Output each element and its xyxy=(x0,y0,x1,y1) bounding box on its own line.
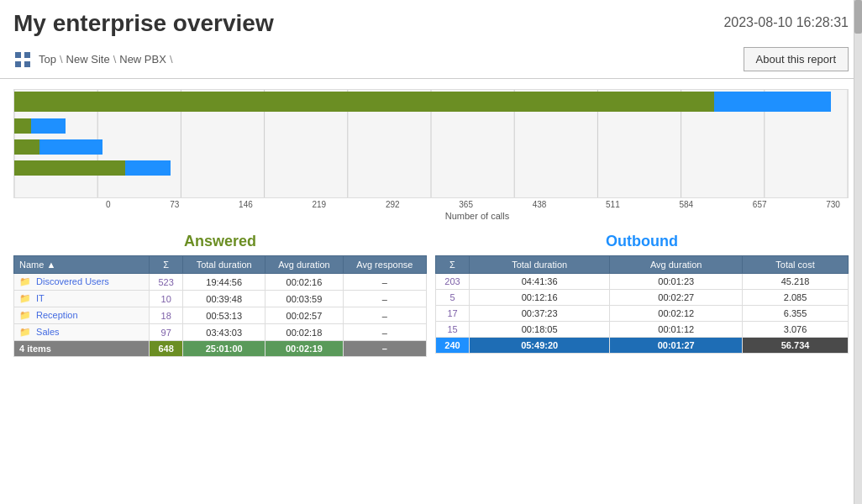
outbound-header-row: Σ Total duration Avg duration Total cost xyxy=(436,256,849,274)
about-report-button[interactable]: About this report xyxy=(744,47,849,71)
answered-footer-row: 4 items 648 25:01:00 00:02:19 – xyxy=(14,341,427,357)
bar-reception-green xyxy=(14,139,39,155)
outbound-section: Outbound Σ Total duration Avg duration T… xyxy=(435,233,849,357)
row-total-dur-reception: 00:53:13 xyxy=(183,307,265,324)
page-title: My enterprise overview xyxy=(13,10,274,37)
x-tick-511: 511 xyxy=(606,200,620,209)
out-sum-sales: 15 xyxy=(436,322,470,338)
row-name-sales: 📁 Sales xyxy=(14,324,150,341)
chart-canvas xyxy=(13,89,849,198)
answered-table: Name ▲ Σ Total duration Avg duration Avg… xyxy=(13,255,427,357)
header: My enterprise overview 2023-08-10 16:28:… xyxy=(0,0,862,44)
x-tick-219: 219 xyxy=(312,200,326,209)
table-row: 17 00:37:23 00:02:12 6.355 xyxy=(436,306,849,322)
row-sum-sales: 97 xyxy=(150,324,183,341)
col-avg-duration: Avg duration xyxy=(265,256,343,274)
header-datetime: 2023-08-10 16:28:31 xyxy=(723,15,849,30)
row-total-dur-discovered: 19:44:56 xyxy=(183,274,265,291)
out-total-dur-reception: 00:37:23 xyxy=(470,306,610,322)
folder-icon: 📁 xyxy=(19,310,31,320)
scrollbar[interactable] xyxy=(854,0,862,504)
out-sum-reception: 17 xyxy=(436,306,470,322)
table-row: 📁 Reception 18 00:53:13 00:02:57 – xyxy=(14,307,427,324)
outbound-footer-row: 240 05:49:20 00:01:27 56.734 xyxy=(436,338,849,354)
x-tick-73: 73 xyxy=(170,200,179,209)
col-name: Name ▲ xyxy=(14,256,150,274)
out-total-dur-discovered: 04:41:36 xyxy=(470,274,610,290)
bar-sales-green xyxy=(14,160,125,176)
row-avg-resp-sales: – xyxy=(343,324,426,341)
chart-area: Discovered Users IT Reception Sales xyxy=(0,79,862,224)
row-avg-resp-discovered: – xyxy=(343,274,426,291)
out-footer-avg-dur: 00:01:27 xyxy=(610,338,743,354)
out-sum-discovered: 203 xyxy=(436,274,470,290)
out-avg-dur-discovered: 00:01:23 xyxy=(610,274,743,290)
x-tick-365: 365 xyxy=(459,200,473,209)
svg-rect-3 xyxy=(24,61,30,67)
footer-avg-resp: – xyxy=(343,341,426,357)
breadcrumb-sep-3: \ xyxy=(170,53,173,66)
out-sum-it: 5 xyxy=(436,290,470,306)
out-cost-discovered: 45.218 xyxy=(743,274,849,290)
scrollbar-thumb[interactable] xyxy=(854,0,862,34)
table-row: 15 00:18:05 00:01:12 3.076 xyxy=(436,322,849,338)
bar-reception-blue xyxy=(39,139,102,155)
col-out-total-cost: Total cost xyxy=(743,256,849,274)
col-total-duration: Total duration xyxy=(183,256,265,274)
link-it[interactable]: IT xyxy=(36,293,45,303)
answered-section: Answered Name ▲ Σ Total duration Avg dur… xyxy=(13,233,427,357)
row-sum-it: 10 xyxy=(150,291,183,307)
bar-discovered-green xyxy=(14,92,714,112)
col-out-sum: Σ xyxy=(436,256,470,274)
footer-label: 4 items xyxy=(14,341,150,357)
out-avg-dur-reception: 00:02:12 xyxy=(610,306,743,322)
x-tick-0: 0 xyxy=(106,200,111,209)
breadcrumb-top[interactable]: Top xyxy=(39,53,56,66)
svg-rect-2 xyxy=(15,61,21,67)
row-avg-dur-discovered: 00:02:16 xyxy=(265,274,343,291)
out-footer-total-dur: 05:49:20 xyxy=(470,338,610,354)
bar-it-blue xyxy=(31,118,66,134)
row-sum-reception: 18 xyxy=(150,307,183,324)
folder-icon: 📁 xyxy=(19,276,31,286)
breadcrumb-new-pbx[interactable]: New PBX xyxy=(119,53,166,66)
out-avg-dur-it: 00:02:27 xyxy=(610,290,743,306)
row-avg-dur-it: 00:03:59 xyxy=(265,291,343,307)
col-avg-response: Avg response xyxy=(343,256,426,274)
breadcrumb-sep-1: \ xyxy=(60,53,63,66)
out-total-dur-it: 00:12:16 xyxy=(470,290,610,306)
answered-header-row: Name ▲ Σ Total duration Avg duration Avg… xyxy=(14,256,427,274)
out-cost-sales: 3.076 xyxy=(743,322,849,338)
row-sum-discovered: 523 xyxy=(150,274,183,291)
svg-rect-0 xyxy=(15,52,21,58)
bar-it-green xyxy=(14,118,31,134)
bar-discovered-blue xyxy=(714,92,831,112)
out-footer-sum: 240 xyxy=(436,338,470,354)
chart-x-axis: 0 73 146 219 292 365 438 511 584 657 730 xyxy=(106,198,840,209)
row-name-discovered: 📁 Discovered Users xyxy=(14,274,150,291)
breadcrumb-new-site[interactable]: New Site xyxy=(66,53,110,66)
x-tick-730: 730 xyxy=(826,200,840,209)
row-avg-resp-reception: – xyxy=(343,307,426,324)
row-name-reception: 📁 Reception xyxy=(14,307,150,324)
row-name-it: 📁 IT xyxy=(14,291,150,307)
breadcrumb-sep-2: \ xyxy=(113,53,117,66)
breadcrumb: Top \ New Site \ New PBX \ xyxy=(13,50,173,69)
x-tick-584: 584 xyxy=(679,200,693,209)
bar-sales-blue xyxy=(125,160,171,176)
link-sales[interactable]: Sales xyxy=(36,327,60,337)
table-row: 203 04:41:36 00:01:23 45.218 xyxy=(436,274,849,290)
answered-title: Answered xyxy=(13,233,427,250)
out-cost-it: 2.085 xyxy=(743,290,849,306)
table-row: 5 00:12:16 00:02:27 2.085 xyxy=(436,290,849,306)
link-reception[interactable]: Reception xyxy=(36,310,78,320)
link-discovered[interactable]: Discovered Users xyxy=(36,276,109,286)
home-icon xyxy=(13,50,32,69)
out-footer-cost: 56.734 xyxy=(743,338,849,354)
row-avg-resp-it: – xyxy=(343,291,426,307)
breadcrumb-bar: Top \ New Site \ New PBX \ About this re… xyxy=(0,44,862,79)
table-row: 📁 Discovered Users 523 19:44:56 00:02:16… xyxy=(14,274,427,291)
row-total-dur-it: 00:39:48 xyxy=(183,291,265,307)
chart-x-label: Number of calls xyxy=(106,211,849,221)
row-avg-dur-reception: 00:02:57 xyxy=(265,307,343,324)
